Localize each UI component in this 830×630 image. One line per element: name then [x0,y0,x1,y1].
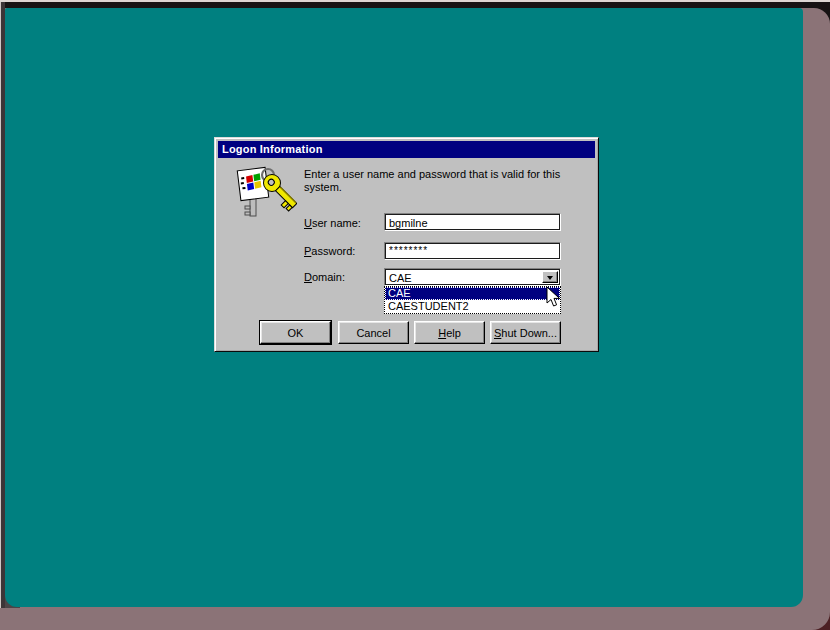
instruction-text: Enter a user name and password that is v… [304,168,596,194]
password-input[interactable]: ******** [384,242,561,260]
windows-key-logon-icon [235,164,297,224]
domain-dropdown-list: CAE CAESTUDENT2 [384,286,561,314]
domain-dropdown-button[interactable] [542,271,558,283]
ok-button[interactable]: OK [260,321,331,344]
username-input[interactable]: bgmilne [384,213,561,231]
shutdown-button[interactable]: Shut Down... [490,321,561,344]
password-label: Password: [304,245,355,258]
domain-option-caestudent2[interactable]: CAESTUDENT2 [385,300,560,313]
help-button[interactable]: Help [414,321,485,344]
frame-left-highlight [0,2,1,608]
frame-top-highlight [0,0,830,2]
arrow-cursor-icon [546,286,562,309]
domain-combobox[interactable]: CAE [384,268,561,286]
domain-value: CAE [389,271,558,285]
domain-label: Domain: [304,271,345,284]
logon-information-dialog: Logon Information [214,137,599,352]
username-label: User name: [304,217,361,230]
dialog-title: Logon Information [222,143,323,155]
domain-option-cae[interactable]: CAE [385,287,560,300]
frame-left-band [1,2,5,608]
username-value: bgmilne [389,216,558,230]
titlebar[interactable]: Logon Information [218,141,595,158]
cancel-button[interactable]: Cancel [338,321,409,344]
dropdown-arrow-icon [547,276,553,283]
password-value: ******** [389,245,558,259]
monitor-photo: Logon Information [0,0,830,630]
